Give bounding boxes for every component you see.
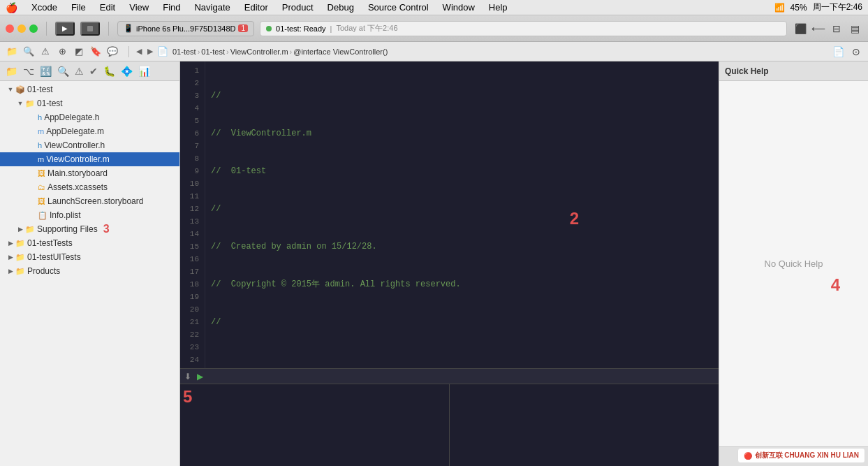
folder-nav-icon[interactable]: 📁 — [4, 64, 19, 78]
reports-nav-icon[interactable]: 📊 — [137, 64, 152, 78]
panel-toggle[interactable]: ▤ — [847, 21, 862, 36]
code-content[interactable]: // // ViewController.m // 01-test // // … — [205, 61, 719, 368]
run-button[interactable]: ▶ — [55, 22, 75, 36]
line-num-17: 17 — [183, 265, 199, 278]
inspector-toggle[interactable]: ⬛ — [793, 21, 808, 36]
menu-debug[interactable]: Debug — [325, 1, 357, 13]
sidebar-item-appdelegate-m[interactable]: m AppDelegate.m — [0, 124, 179, 138]
nav-prev-button[interactable]: ◀ — [135, 45, 143, 57]
issues-nav-icon[interactable]: ⚠ — [73, 64, 85, 78]
sidebar-item-launchscreen[interactable]: 🖼 LaunchScreen.storyboard — [0, 194, 179, 208]
menu-bar-right: 📶 45% 周一下午2:46 — [774, 1, 862, 13]
h-file-icon: h — [38, 113, 42, 122]
menu-edit[interactable]: Edit — [97, 1, 118, 13]
sidebar-item-viewcontroller-m[interactable]: m ViewController.m — [0, 152, 179, 166]
debug-run-icon[interactable]: ▶ — [197, 372, 203, 381]
menu-bar: 🍎 Xcode File Edit View Find Navigate Edi… — [0, 0, 868, 15]
close-button[interactable] — [6, 24, 14, 33]
run-icon: ▶ — [62, 24, 68, 32]
sidebar-item-uitests[interactable]: 📁 01-testUITests — [0, 250, 179, 264]
nav-breakpoint-icon[interactable]: 💬 — [105, 44, 120, 59]
sidebar-item-products[interactable]: 📁 Products — [0, 264, 179, 278]
find-nav-icon[interactable]: 🔍 — [56, 64, 71, 78]
debug-toggle-icon[interactable]: ⬇ — [184, 372, 191, 381]
line-num-15: 15 — [183, 240, 199, 253]
code-editor[interactable]: 1 2 3 4 5 6 7 8 9 10 11 12 13 14 15 16 1 — [180, 61, 719, 368]
split-view-icon[interactable]: ⊟ — [829, 21, 844, 36]
launchscreen-icon: 🖼 — [38, 197, 45, 205]
disclosure-root — [6, 86, 15, 93]
sidebar-item-root[interactable]: 📦 01-test — [0, 82, 179, 96]
sidebar-item-appdelegate-h[interactable]: h AppDelegate.h — [0, 110, 179, 124]
menu-product[interactable]: Product — [279, 1, 316, 13]
source-control-nav-icon[interactable]: ⌥ — [22, 64, 36, 78]
nav-history-icon[interactable]: ◩ — [71, 44, 87, 59]
sidebar-label-assets: Assets.xcassets — [47, 182, 108, 192]
line-num-4: 4 — [183, 102, 199, 115]
menu-window[interactable]: Window — [440, 1, 478, 13]
sidebar-item-viewcontroller-h[interactable]: h ViewController.h — [0, 138, 179, 152]
nav-search-icon[interactable]: 🔍 — [21, 44, 36, 59]
nav-bookmark-add-icon[interactable]: ⊙ — [848, 44, 864, 59]
debug-area: ⬇ ▶ 5 — [180, 368, 719, 466]
debug-nav-icon[interactable]: 🐛 — [102, 64, 117, 78]
menu-help[interactable]: Help — [486, 1, 510, 13]
symbol-nav-icon[interactable]: 🔣 — [38, 64, 53, 78]
test-nav-icon[interactable]: ✔ — [88, 64, 99, 78]
breadcrumb-group[interactable]: 01-test — [201, 48, 225, 56]
menu-editor[interactable]: Editor — [242, 1, 271, 13]
related-files-icon[interactable]: 📄 — [830, 44, 846, 59]
sidebar-item-assets[interactable]: 🗂 Assets.xcassets — [0, 180, 179, 194]
code-line-6: // Copyright © 2015年 admin. All rights r… — [211, 278, 713, 291]
line-num-18: 18 — [183, 278, 199, 291]
menu-navigate[interactable]: Navigate — [191, 1, 233, 13]
sidebar-label-appdelegate-h: AppDelegate.h — [44, 112, 99, 122]
status-detail: Today at 下午2:46 — [336, 23, 397, 34]
scheme-selector[interactable]: 📱 iPhone 6s Plu...9F75D1348D 1 — [117, 21, 254, 36]
nav-filter-icon[interactable]: ⚠ — [38, 44, 53, 59]
code-line-1: // — [211, 89, 713, 102]
sidebar-label-root: 01-test — [27, 85, 53, 94]
wifi-icon: 📶 — [774, 3, 785, 13]
nav-next-button[interactable]: ▶ — [146, 45, 154, 57]
apple-logo-icon[interactable]: 🍎 — [6, 2, 17, 13]
breadcrumb-file[interactable]: ViewController.m — [230, 48, 288, 56]
line-num-3: 3 — [183, 89, 199, 102]
debug-console-pane[interactable] — [450, 384, 719, 466]
menu-xcode[interactable]: Xcode — [29, 1, 60, 13]
sidebar-item-main-storyboard[interactable]: 🖼 Main.storyboard — [0, 166, 179, 180]
m-file-icon-appdelegate: m — [38, 127, 44, 136]
line-num-2: 2 — [183, 77, 199, 89]
menu-find[interactable]: Find — [160, 1, 183, 13]
back-forward-icon[interactable]: ⟵ — [811, 21, 826, 36]
sidebar-item-supporting-files[interactable]: 📁 Supporting Files 3 — [0, 222, 179, 236]
minimize-button[interactable] — [17, 24, 26, 33]
uitests-folder-icon: 📁 — [15, 253, 25, 262]
maximize-button[interactable] — [29, 24, 38, 33]
sidebar-label-01test: 01-test — [37, 99, 63, 108]
folder-icon-01test: 📁 — [25, 99, 35, 108]
line-num-24: 24 — [183, 354, 199, 366]
menu-view[interactable]: View — [126, 1, 152, 13]
line-num-16: 16 — [183, 253, 199, 265]
sidebar-item-tests[interactable]: 📁 01-testTests — [0, 236, 179, 250]
breadcrumb-symbol[interactable]: @interface ViewController() — [293, 48, 388, 56]
sidebar-label-info-plist: Info.plist — [50, 210, 81, 220]
nav-sidebar-icon[interactable]: 📁 — [4, 44, 20, 59]
sidebar: 📁 ⌥ 🔣 🔍 ⚠ ✔ 🐛 💠 📊 📦 01-test 📁 — [0, 61, 180, 466]
group-icon-root: 📦 — [15, 85, 25, 94]
toolbar-sep-2 — [108, 22, 109, 36]
scheme-text: iPhone 6s Plu...9F75D1348D — [136, 24, 235, 33]
battery-indicator: 45% — [790, 3, 807, 13]
menu-source-control[interactable]: Source Control — [365, 1, 432, 13]
quick-help-header: Quick Help — [719, 61, 868, 81]
nav-bookmark-icon[interactable]: 🔖 — [88, 44, 103, 59]
stop-button[interactable] — [80, 22, 100, 36]
menu-file[interactable]: File — [68, 1, 89, 13]
sidebar-item-info-plist[interactable]: 📋 Info.plist — [0, 208, 179, 222]
nav-branch-icon[interactable]: ⊕ — [54, 44, 70, 59]
breakpoints-nav-icon[interactable]: 💠 — [119, 64, 134, 78]
sidebar-item-01test[interactable]: 📁 01-test — [0, 96, 179, 110]
breadcrumb-project[interactable]: 01-test — [172, 48, 196, 56]
code-line-8 — [211, 354, 713, 366]
